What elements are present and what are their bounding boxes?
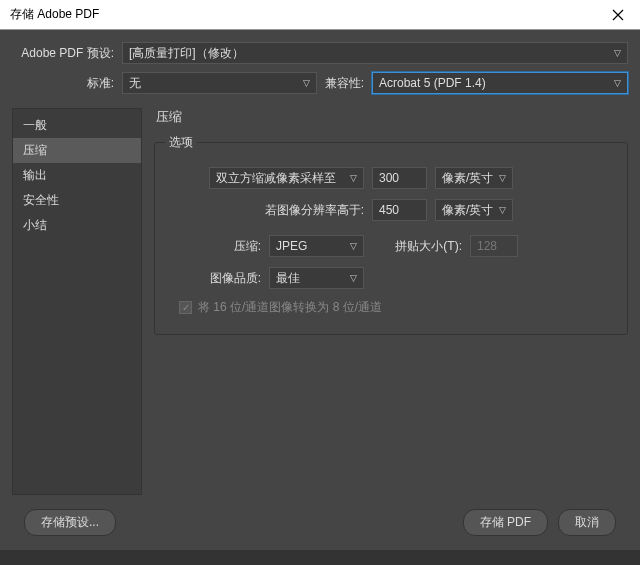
sidebar-item-summary[interactable]: 小结 — [13, 213, 141, 238]
compression-value: JPEG — [276, 239, 307, 253]
threshold-unit-value: 像素/英寸 — [442, 202, 493, 219]
downsample-unit-value: 像素/英寸 — [442, 170, 493, 187]
chevron-down-icon: ▽ — [614, 48, 621, 58]
window-title: 存储 Adobe PDF — [10, 6, 99, 23]
preset-value: [高质量打印]（修改） — [129, 45, 244, 62]
downsample-method-value: 双立方缩减像素采样至 — [216, 170, 336, 187]
quality-value: 最佳 — [276, 270, 300, 287]
preset-label: Adobe PDF 预设: — [12, 45, 122, 62]
chevron-down-icon: ▽ — [303, 78, 310, 88]
save-pdf-dialog: 存储 Adobe PDF Adobe PDF 预设: [高质量打印]（修改） ▽… — [0, 0, 640, 550]
save-pdf-button[interactable]: 存储 PDF — [463, 509, 548, 536]
convert-16to8-label: 将 16 位/通道图像转换为 8 位/通道 — [198, 299, 382, 316]
dialog-content: Adobe PDF 预设: [高质量打印]（修改） ▽ 标准: 无 ▽ 兼容性:… — [0, 30, 640, 550]
chevron-down-icon: ▽ — [350, 241, 357, 251]
standard-select[interactable]: 无 ▽ — [122, 72, 317, 94]
chevron-down-icon: ▽ — [499, 173, 506, 183]
tile-label: 拼贴大小(T): — [372, 238, 462, 255]
threshold-unit-select[interactable]: 像素/英寸 ▽ — [435, 199, 513, 221]
titlebar: 存储 Adobe PDF — [0, 0, 640, 30]
compat-select[interactable]: Acrobat 5 (PDF 1.4) ▽ — [372, 72, 628, 94]
tile-value-input: 128 — [470, 235, 518, 257]
panel-title: 压缩 — [154, 108, 628, 126]
downsample-value-input[interactable]: 300 — [372, 167, 427, 189]
save-preset-button[interactable]: 存储预设... — [24, 509, 116, 536]
downsample-unit-select[interactable]: 像素/英寸 ▽ — [435, 167, 513, 189]
footer: 存储预设... 存储 PDF 取消 — [12, 495, 628, 550]
compat-label: 兼容性: — [317, 75, 372, 92]
chevron-down-icon: ▽ — [614, 78, 621, 88]
sidebar-item-security[interactable]: 安全性 — [13, 188, 141, 213]
chevron-down-icon: ▽ — [350, 173, 357, 183]
options-group: 选项 双立方缩减像素采样至 ▽ 300 像素/英寸 ▽ 若图像分辨 — [154, 142, 628, 335]
preset-select[interactable]: [高质量打印]（修改） ▽ — [122, 42, 628, 64]
sidebar-item-output[interactable]: 输出 — [13, 163, 141, 188]
compression-label: 压缩: — [169, 238, 261, 255]
sidebar-item-compression[interactable]: 压缩 — [13, 138, 141, 163]
chevron-down-icon: ▽ — [350, 273, 357, 283]
sidebar: 一般 压缩 输出 安全性 小结 — [12, 108, 142, 495]
threshold-value-input[interactable]: 450 — [372, 199, 427, 221]
close-button[interactable] — [595, 0, 640, 30]
standard-value: 无 — [129, 75, 141, 92]
close-icon — [612, 9, 624, 21]
compat-value: Acrobat 5 (PDF 1.4) — [379, 76, 486, 90]
cancel-button[interactable]: 取消 — [558, 509, 616, 536]
chevron-down-icon: ▽ — [499, 205, 506, 215]
downsample-method-select[interactable]: 双立方缩减像素采样至 ▽ — [209, 167, 364, 189]
threshold-label: 若图像分辨率高于: — [209, 202, 364, 219]
standard-label: 标准: — [12, 75, 122, 92]
sidebar-item-general[interactable]: 一般 — [13, 113, 141, 138]
quality-label: 图像品质: — [169, 270, 261, 287]
compression-panel: 压缩 选项 双立方缩减像素采样至 ▽ 300 像素/英寸 ▽ — [154, 108, 628, 495]
options-legend: 选项 — [165, 134, 197, 151]
quality-select[interactable]: 最佳 ▽ — [269, 267, 364, 289]
compression-select[interactable]: JPEG ▽ — [269, 235, 364, 257]
convert-16to8-checkbox: ✓ — [179, 301, 192, 314]
